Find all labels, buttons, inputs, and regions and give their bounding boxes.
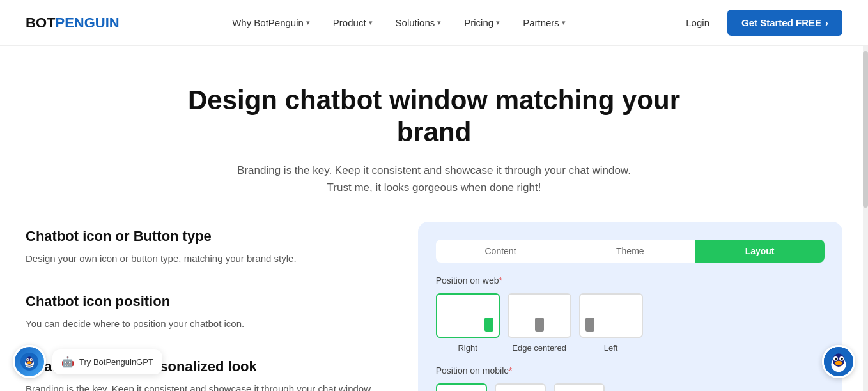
bot-penguin-icon	[20, 353, 38, 371]
logo-bot: BOT	[26, 15, 55, 31]
nav-item-partners[interactable]: Partners ▾	[514, 12, 575, 33]
nav-label-product: Product	[333, 17, 366, 28]
nav-item-pricing[interactable]: Pricing ▾	[455, 12, 509, 33]
chevron-down-icon: ▾	[369, 19, 373, 27]
nav-item-product[interactable]: Product ▾	[324, 12, 382, 33]
logo[interactable]: BOTPENGUIN	[26, 16, 120, 30]
mobile-right	[436, 383, 487, 391]
hero-title: Design chatbot window matching your bran…	[178, 84, 690, 149]
mobile-left-preview[interactable]	[554, 383, 605, 391]
mobile-right-preview[interactable]	[436, 383, 487, 391]
bot-small-icon: 🤖	[61, 356, 74, 368]
position-mobile-section: Position on mobile*	[436, 365, 825, 391]
chat-avatar-right[interactable]	[822, 345, 855, 378]
nav-label-partners: Partners	[523, 17, 559, 28]
feature-title-icon-button: Chatbot icon or Button type	[26, 228, 380, 245]
nav-item-why[interactable]: Why BotPenguin ▾	[223, 12, 319, 33]
hero-subtitle: Branding is the key. Keep it consistent …	[229, 162, 639, 196]
panel-tabs: Content Theme Layout	[436, 240, 825, 263]
tab-theme[interactable]: Theme	[565, 240, 695, 263]
position-left-dot	[585, 318, 594, 332]
get-started-button[interactable]: Get Started FREE ›	[727, 10, 842, 36]
bottom-chat-widget: 🤖 Try BotPenguinGPT	[13, 345, 162, 378]
svg-point-13	[835, 358, 837, 360]
position-edge-centered: Edge centered	[508, 293, 571, 353]
position-options: Right Edge centered Left	[436, 293, 825, 353]
chevron-down-icon: ▾	[562, 19, 566, 27]
position-web-section: Position on web* Right	[436, 275, 825, 353]
position-mobile-text: Position on mobile	[436, 365, 509, 376]
position-right: Right	[436, 293, 500, 353]
position-web-label: Position on web*	[436, 275, 825, 286]
svg-point-14	[841, 358, 842, 360]
position-edge-centered-dot	[535, 318, 544, 332]
chat-tooltip-text: Try BotPenguinGPT	[79, 357, 153, 367]
bottom-chat-widget-right[interactable]	[822, 345, 855, 378]
logo-text: BOTPENGUIN	[26, 16, 120, 30]
position-web-text: Position on web	[436, 275, 499, 286]
feature-desc-icon-button: Design your own icon or button type, mat…	[26, 251, 380, 266]
nav-label-pricing: Pricing	[464, 17, 493, 28]
position-right-label: Right	[458, 343, 477, 353]
svg-point-6	[31, 359, 32, 360]
nav-label-solutions: Solutions	[396, 17, 435, 28]
mobile-center-preview[interactable]	[495, 383, 546, 391]
feature-desc-window-look: Branding is the key. Keep it consistent …	[26, 381, 380, 391]
chevron-down-icon: ▾	[437, 19, 441, 27]
svg-point-7	[27, 361, 32, 364]
scrollbar[interactable]	[863, 0, 868, 391]
navbar-right: Login Get Started FREE ›	[678, 10, 842, 36]
nav-links: Why BotPenguin ▾ Product ▾ Solutions ▾ P…	[223, 12, 575, 33]
chevron-right-icon: ›	[825, 17, 828, 28]
tab-layout-label: Layout	[745, 246, 775, 256]
position-edge-centered-label: Edge centered	[512, 343, 566, 353]
get-started-label: Get Started FREE	[741, 17, 821, 28]
position-left-label: Left	[604, 343, 618, 353]
hero-section: Design chatbot window matching your bran…	[26, 72, 842, 222]
demo-panel: Content Theme Layout Position on web*	[418, 222, 842, 391]
position-edge-centered-preview[interactable]	[508, 293, 571, 338]
position-right-dot	[484, 318, 493, 332]
feature-icon-position: Chatbot icon position You can decide whe…	[26, 293, 380, 332]
position-left: Left	[579, 293, 643, 353]
required-marker-mobile: *	[509, 365, 512, 376]
position-right-preview[interactable]	[436, 293, 500, 338]
svg-point-5	[27, 359, 29, 360]
mobile-center	[495, 383, 546, 391]
login-button[interactable]: Login	[678, 12, 717, 33]
position-mobile-label: Position on mobile*	[436, 365, 825, 376]
svg-point-15	[835, 361, 842, 365]
mobile-left	[554, 383, 605, 391]
feature-title-icon-position: Chatbot icon position	[26, 293, 380, 310]
tab-theme-label: Theme	[616, 246, 644, 256]
chevron-down-icon: ▾	[306, 19, 310, 27]
chat-avatar-left[interactable]	[13, 345, 46, 378]
demo-panel-col: Content Theme Layout Position on web*	[418, 222, 842, 391]
position-left-preview[interactable]	[579, 293, 643, 338]
feature-desc-icon-position: You can decide where to position your ch…	[26, 316, 380, 332]
tab-content[interactable]: Content	[436, 240, 566, 263]
logo-penguin: PENGUIN	[55, 15, 119, 31]
chevron-down-icon: ▾	[496, 19, 500, 27]
bot-penguin-icon-right	[824, 347, 853, 376]
tab-layout[interactable]: Layout	[695, 240, 825, 263]
nav-label-why: Why BotPenguin	[232, 17, 304, 28]
nav-item-solutions[interactable]: Solutions ▾	[387, 12, 451, 33]
feature-icon-button: Chatbot icon or Button type Design your …	[26, 228, 380, 266]
tab-content-label: Content	[485, 246, 516, 256]
chat-tooltip[interactable]: 🤖 Try BotPenguinGPT	[52, 349, 162, 374]
navbar: BOTPENGUIN Why BotPenguin ▾ Product ▾ So…	[0, 0, 868, 46]
required-marker: *	[499, 275, 502, 286]
mobile-options	[436, 383, 825, 391]
main-content: Design chatbot window matching your bran…	[0, 46, 868, 391]
